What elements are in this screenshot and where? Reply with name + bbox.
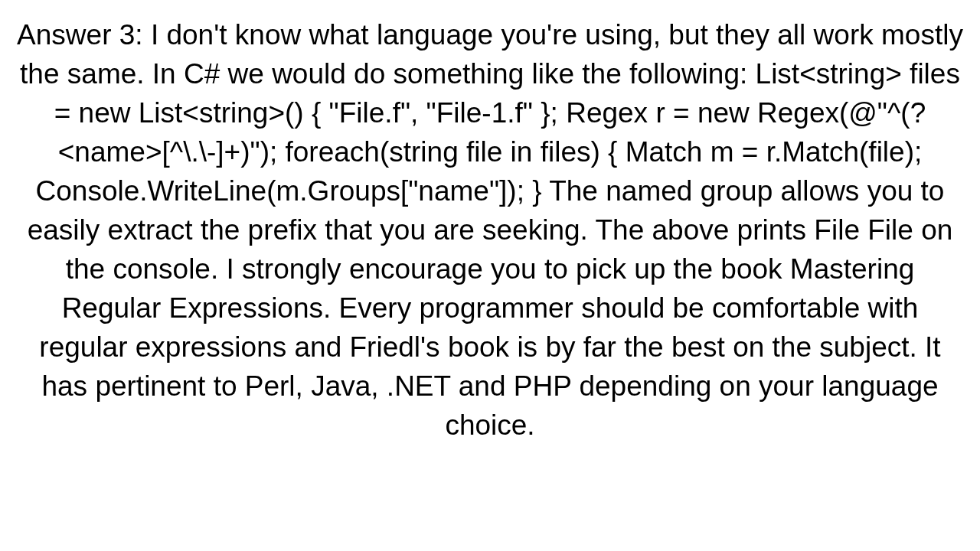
answer-text: Answer 3: I don't know what language you…: [8, 0, 972, 445]
